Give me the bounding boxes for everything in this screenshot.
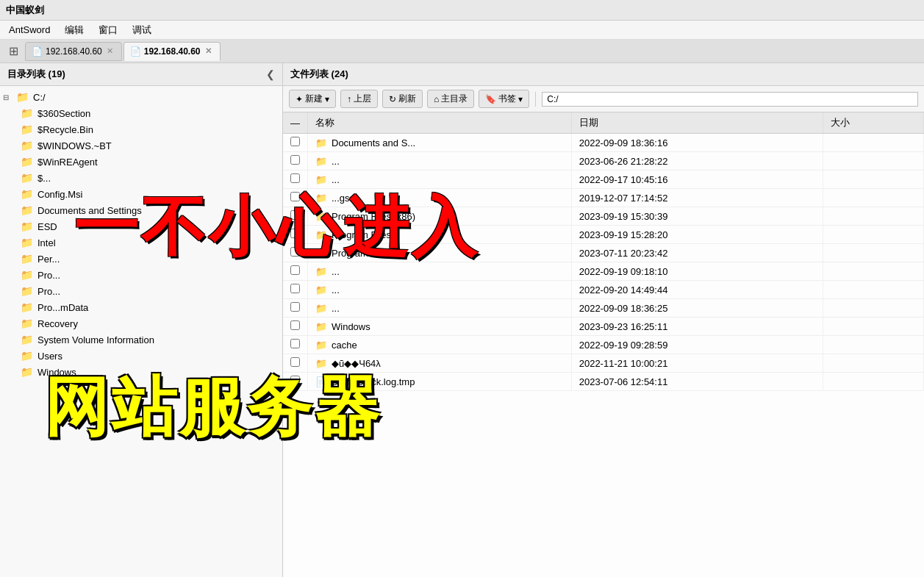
file-size-0 [823,134,924,152]
folder-icon-6: 📁 [21,204,33,216]
table-row[interactable]: 📁 Program Files (x86) 2023-09-19 15:30:3… [283,207,924,226]
folder-icon-9: 📁 [21,253,33,265]
row-checkbox-1[interactable] [290,155,300,165]
tree-item-8[interactable]: 📁 Intel [0,234,282,251]
file-name-cell-3: 📁 ...gs [308,189,572,207]
grid-icon[interactable]: ⊞ [3,41,24,62]
tree-label-1: $Recycle.Bin [37,124,93,135]
file-folder-icon-8: 📁 [315,284,327,295]
row-checkbox-6[interactable] [290,247,300,257]
row-check-8[interactable] [283,281,308,299]
row-check-12[interactable] [283,354,308,373]
bookmark-button[interactable]: 🔖 书签 ▾ [479,90,529,108]
row-check-4[interactable] [283,207,308,226]
table-row[interactable]: 📁 ... 2023-06-26 21:28:22 [283,152,924,171]
row-check-13[interactable] [283,373,308,391]
tree-item-14[interactable]: 📁 System Volume Information [0,331,282,348]
file-name-10: Windows [332,321,370,332]
tree-label-12: Pro...mData [37,302,88,313]
new-button[interactable]: ✦ 新建 ▾ [289,90,336,108]
row-checkbox-2[interactable] [290,173,300,183]
table-row[interactable]: 📄 DumpStack.log.tmp 2023-07-06 12:54:11 [283,373,924,391]
row-checkbox-5[interactable] [290,229,300,238]
tree-item-15[interactable]: 📁 Users [0,348,282,364]
tree-item-6[interactable]: 📁 Documents and Settings [0,202,282,218]
table-row[interactable]: 📁 ...gs 2019-12-07 17:14:52 [283,189,924,207]
row-checkbox-9[interactable] [290,302,300,312]
tree-container[interactable]: ⊟ 📁 C:/ 📁 $360Section 📁 $Recycle.Bin 📁 $… [0,86,282,577]
file-date-1: 2023-06-26 21:28:22 [571,152,823,171]
row-check-5[interactable] [283,226,308,244]
table-row[interactable]: 📁 ... 2022-09-20 14:49:44 [283,281,924,299]
tree-item-3[interactable]: 📁 $WinREAgent [0,154,282,170]
table-row[interactable]: 📁 Program Files 2023-09-19 15:28:20 [283,226,924,244]
row-check-6[interactable] [283,244,308,262]
menu-edit[interactable]: 编辑 [59,22,90,38]
tab-0[interactable]: 📄 192.168.40.60 ✕ [25,42,122,61]
table-row[interactable]: 📁 Documents and S... 2022-09-09 18:36:16 [283,134,924,152]
tree-item-13[interactable]: 📁 Recovery [0,315,282,331]
row-checkbox-13[interactable] [290,376,300,385]
folder-icon-15: 📁 [21,350,33,362]
row-checkbox-11[interactable] [290,339,300,348]
file-name-8: ... [332,284,340,295]
tab-1-close[interactable]: ✕ [204,46,214,57]
tree-label-6: Documents and Settings [37,205,142,216]
row-check-1[interactable] [283,152,308,171]
row-check-9[interactable] [283,299,308,318]
row-check-0[interactable] [283,134,308,152]
path-input[interactable] [542,92,918,107]
up-button[interactable]: ↑ 上层 [340,90,378,108]
tab-1[interactable]: 📄 192.168.40.60 ✕ [123,42,221,61]
tab-1-icon: 📄 [130,46,141,57]
menu-antsword[interactable]: AntSword [3,23,56,37]
tree-item-1[interactable]: 📁 $Recycle.Bin [0,121,282,137]
menu-debug[interactable]: 调试 [126,22,157,38]
col-size[interactable]: 大小 [823,112,924,134]
tree-item-9[interactable]: 📁 Per... [0,251,282,267]
row-check-2[interactable] [283,171,308,189]
tree-item-11[interactable]: 📁 Pro... [0,283,282,299]
tree-item-2[interactable]: 📁 $WINDOWS.~BT [0,137,282,154]
folder-icon-1: 📁 [21,123,33,135]
tree-item-7[interactable]: 📁 ESD [0,218,282,234]
file-date-9: 2022-09-09 18:36:25 [571,299,823,318]
tree-item-12[interactable]: 📁 Pro...mData [0,299,282,315]
file-folder-icon-5: 📁 [315,229,327,240]
col-date[interactable]: 日期 [571,112,823,134]
table-row[interactable]: 📁 cache 2022-09-19 09:28:59 [283,336,924,354]
refresh-button[interactable]: ↻ 刷新 [382,90,423,108]
tab-0-close[interactable]: ✕ [105,46,115,57]
row-checkbox-12[interactable] [290,357,300,367]
file-date-13: 2023-07-06 12:54:11 [571,373,823,391]
col-name[interactable]: 名称 [308,112,572,134]
file-date-3: 2019-12-07 17:14:52 [571,189,823,207]
table-row[interactable]: 📁 ProgramData 2023-07-11 20:23:42 [283,244,924,262]
row-check-7[interactable] [283,262,308,281]
collapse-button[interactable]: ❮ [266,68,275,80]
tree-item-16[interactable]: 📁 Windows [0,364,282,380]
table-row[interactable]: 📁 ◆ũ◆◆Ч64λ 2022-11-21 10:00:21 [283,354,924,373]
row-checkbox-0[interactable] [290,137,300,146]
home-button[interactable]: ⌂ 主目录 [427,90,474,108]
row-checkbox-3[interactable] [290,192,300,201]
tree-item-5[interactable]: 📁 Config.Msi [0,186,282,202]
tree-item-10[interactable]: 📁 Pro... [0,267,282,283]
file-name-0: Documents and S... [332,137,415,148]
tree-item-4[interactable]: 📁 $... [0,170,282,186]
row-check-3[interactable] [283,189,308,207]
row-checkbox-4[interactable] [290,210,300,220]
table-row[interactable]: 📁 ... 2022-09-09 18:36:25 [283,299,924,318]
tree-item-0[interactable]: 📁 $360Section [0,105,282,121]
row-check-11[interactable] [283,336,308,354]
file-folder-icon-4: 📁 [315,211,327,222]
row-checkbox-7[interactable] [290,265,300,275]
row-checkbox-8[interactable] [290,284,300,293]
table-row[interactable]: 📁 Windows 2023-09-23 16:25:11 [283,318,924,336]
row-check-10[interactable] [283,318,308,336]
table-row[interactable]: 📁 ... 2022-09-17 10:45:16 [283,171,924,189]
tree-item-root[interactable]: ⊟ 📁 C:/ [0,89,282,105]
table-row[interactable]: 📁 ... 2022-09-19 09:18:10 [283,262,924,281]
row-checkbox-10[interactable] [290,320,300,330]
menu-window[interactable]: 窗口 [93,22,123,38]
